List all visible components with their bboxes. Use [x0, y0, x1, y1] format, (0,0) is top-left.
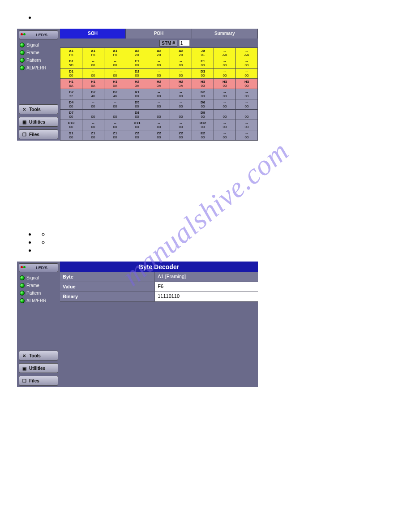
overhead-byte-cell[interactable]: --00: [170, 99, 192, 110]
overhead-byte-cell[interactable]: Z200: [126, 130, 148, 141]
overhead-byte-cell[interactable]: Z100: [82, 130, 104, 141]
overhead-byte-cell[interactable]: D300: [192, 69, 214, 79]
overhead-byte-cell[interactable]: K100: [126, 89, 148, 99]
overhead-byte-cell[interactable]: --00: [170, 69, 192, 79]
overhead-byte-cell[interactable]: --00: [104, 99, 126, 110]
overhead-byte-cell[interactable]: D1100: [126, 120, 148, 130]
files-button[interactable]: ❐Files: [19, 376, 58, 386]
overhead-byte-cell[interactable]: --00: [104, 58, 126, 69]
overhead-byte-cell[interactable]: E100: [126, 58, 148, 69]
grid-row: D1000--00--00D1100--00--00D1200--00--00: [60, 120, 258, 130]
decoder-value[interactable]: F6: [155, 282, 258, 292]
overhead-byte-cell[interactable]: H300: [236, 79, 258, 89]
overhead-byte-cell[interactable]: --00: [148, 99, 170, 110]
overhead-byte-cell[interactable]: --00: [236, 58, 258, 69]
overhead-byte-cell[interactable]: H20A: [148, 79, 170, 89]
overhead-byte-cell[interactable]: A1F6: [60, 48, 82, 58]
overhead-byte-cell[interactable]: --00: [104, 120, 126, 130]
overhead-byte-cell[interactable]: H16A: [60, 79, 82, 89]
overhead-byte-cell[interactable]: Z100: [104, 130, 126, 141]
overhead-byte-cell[interactable]: B246: [104, 89, 126, 99]
overhead-byte-cell[interactable]: --00: [214, 58, 236, 69]
overhead-byte-cell[interactable]: --00: [236, 120, 258, 130]
overhead-byte-cell[interactable]: K200: [192, 89, 214, 99]
overhead-byte-cell[interactable]: --AA: [214, 48, 236, 58]
overhead-byte-cell[interactable]: A228: [170, 48, 192, 58]
files-button[interactable]: ❐Files: [19, 129, 58, 139]
overhead-byte-cell[interactable]: D1000: [60, 120, 82, 130]
overhead-byte-cell[interactable]: --00: [170, 120, 192, 130]
overhead-byte-cell[interactable]: H16A: [82, 79, 104, 89]
overhead-byte-cell[interactable]: D800: [126, 110, 148, 120]
tools-button[interactable]: ✕Tools: [19, 351, 58, 360]
overhead-byte-cell[interactable]: A1F6: [104, 48, 126, 58]
tools-button[interactable]: ✕Tools: [19, 104, 58, 114]
overhead-byte-cell[interactable]: --00: [236, 130, 258, 141]
overhead-byte-cell[interactable]: --00: [214, 130, 236, 141]
overhead-byte-cell[interactable]: Z200: [148, 130, 170, 141]
overhead-byte-cell[interactable]: --00: [236, 99, 258, 110]
overhead-byte-cell[interactable]: H20A: [170, 79, 192, 89]
overhead-byte-cell[interactable]: --00: [170, 110, 192, 120]
overhead-byte-cell[interactable]: --00: [214, 120, 236, 130]
decoder-value[interactable]: 11110110: [155, 292, 258, 301]
overhead-byte-cell[interactable]: --00: [214, 110, 236, 120]
byte-value: 00: [148, 125, 170, 129]
overhead-byte-cell[interactable]: D700: [60, 110, 82, 120]
overhead-byte-cell[interactable]: D200: [126, 69, 148, 79]
overhead-byte-cell[interactable]: --00: [82, 110, 104, 120]
tab-summary[interactable]: Summary: [192, 29, 258, 39]
overhead-byte-cell[interactable]: B246: [82, 89, 104, 99]
overhead-byte-cell[interactable]: D1200: [192, 120, 214, 130]
overhead-byte-cell[interactable]: --00: [82, 99, 104, 110]
overhead-byte-cell[interactable]: A228: [126, 48, 148, 58]
overhead-byte-cell[interactable]: --00: [104, 110, 126, 120]
overhead-byte-cell[interactable]: --00: [236, 89, 258, 99]
tab-soh[interactable]: SOH: [60, 29, 126, 39]
overhead-byte-cell[interactable]: --00: [236, 69, 258, 79]
overhead-byte-cell[interactable]: --00: [170, 89, 192, 99]
leds-button[interactable]: LED'S: [19, 30, 58, 39]
overhead-byte-cell[interactable]: --00: [82, 69, 104, 79]
overhead-byte-cell[interactable]: --00: [148, 89, 170, 99]
overhead-byte-cell[interactable]: --00: [214, 99, 236, 110]
overhead-byte-cell[interactable]: --AA: [236, 48, 258, 58]
utilities-button[interactable]: ▣Utilities: [19, 363, 58, 373]
byte-name: --: [82, 59, 104, 63]
overhead-byte-cell[interactable]: D400: [60, 99, 82, 110]
overhead-byte-cell[interactable]: --00: [148, 58, 170, 69]
overhead-byte-cell[interactable]: --00: [82, 58, 104, 69]
overhead-byte-cell[interactable]: --00: [104, 69, 126, 79]
overhead-byte-cell[interactable]: D600: [192, 99, 214, 110]
overhead-byte-cell[interactable]: --00: [82, 120, 104, 130]
overhead-byte-cell[interactable]: B15D: [60, 58, 82, 69]
status-label: Pattern: [26, 58, 41, 63]
overhead-byte-cell[interactable]: D100: [60, 69, 82, 79]
overhead-byte-cell[interactable]: B232: [60, 89, 82, 99]
byte-name: --: [148, 59, 170, 63]
overhead-byte-cell[interactable]: D900: [192, 110, 214, 120]
tab-poh[interactable]: POH: [126, 29, 192, 39]
overhead-byte-cell[interactable]: --00: [148, 110, 170, 120]
overhead-byte-cell[interactable]: H16A: [104, 79, 126, 89]
overhead-byte-cell[interactable]: --00: [148, 120, 170, 130]
overhead-byte-cell[interactable]: S100: [60, 130, 82, 141]
overhead-byte-cell[interactable]: D500: [126, 99, 148, 110]
overhead-byte-cell[interactable]: --00: [214, 69, 236, 79]
overhead-byte-cell[interactable]: H300: [214, 79, 236, 89]
overhead-byte-cell[interactable]: H20A: [126, 79, 148, 89]
overhead-byte-cell[interactable]: --00: [148, 69, 170, 79]
overhead-byte-cell[interactable]: --00: [170, 58, 192, 69]
overhead-byte-cell[interactable]: Z200: [170, 130, 192, 141]
overhead-byte-cell[interactable]: E200: [192, 130, 214, 141]
stm-input[interactable]: [179, 40, 190, 46]
overhead-byte-cell[interactable]: F100: [192, 58, 214, 69]
utilities-button[interactable]: ▣Utilities: [19, 117, 58, 127]
overhead-byte-cell[interactable]: A228: [148, 48, 170, 58]
overhead-byte-cell[interactable]: H300: [192, 79, 214, 89]
overhead-byte-cell[interactable]: --00: [214, 89, 236, 99]
leds-button[interactable]: LED'S: [19, 263, 58, 272]
overhead-byte-cell[interactable]: J001: [192, 48, 214, 58]
overhead-byte-cell[interactable]: --00: [236, 110, 258, 120]
overhead-byte-cell[interactable]: A1F6: [82, 48, 104, 58]
